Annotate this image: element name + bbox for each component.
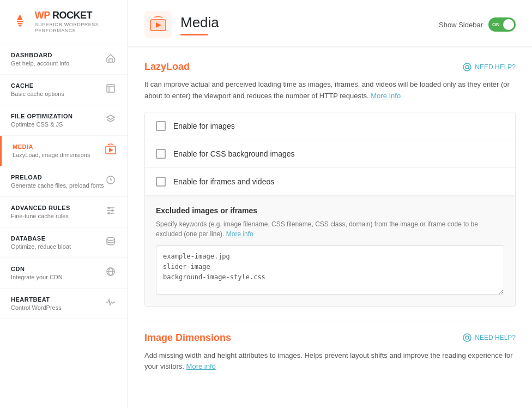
sidebar-item-file-opt-title: FILE OPTIMIZATION xyxy=(11,113,72,119)
toggle-knob xyxy=(503,19,514,30)
sidebar-item-cdn[interactable]: CDN Integrate your CDN xyxy=(0,258,128,289)
svg-point-16 xyxy=(111,209,113,212)
lazyload-options-box: Enable for images Enable for CSS backgro… xyxy=(144,112,516,307)
show-sidebar-label: Show Sidebar xyxy=(439,21,483,29)
sidebar-item-file-optimization[interactable]: FILE OPTIMIZATION Optimize CSS & JS xyxy=(0,105,128,136)
excluded-section: Excluded images or iframes Specify keywo… xyxy=(145,196,515,307)
enable-iframes-label[interactable]: Enable for iframes and videos xyxy=(173,177,274,186)
cdn-icon xyxy=(105,266,117,280)
preload-icon xyxy=(105,175,117,188)
logo: WP ROCKET Superior WordPress Performance xyxy=(0,0,128,44)
lazyload-more-info-link[interactable]: More Info xyxy=(371,92,401,100)
logo-wp: WP ROCKET xyxy=(35,10,117,22)
sidebar-item-advanced-title: ADVANCED RULES xyxy=(11,205,70,211)
enable-images-label[interactable]: Enable for images xyxy=(173,122,235,130)
image-dimensions-need-help[interactable]: NEED HELP? xyxy=(463,333,516,342)
sidebar: WP ROCKET Superior WordPress Performance… xyxy=(0,0,128,408)
excluded-description: Specify keywords (e.g. image filename, C… xyxy=(156,219,504,239)
show-sidebar-control[interactable]: Show Sidebar ON xyxy=(439,17,516,32)
sidebar-item-media-title: MEDIA xyxy=(13,143,90,150)
svg-marker-8 xyxy=(107,115,114,119)
sidebar-item-database[interactable]: DATABASE Optimize, reduce bloat xyxy=(0,227,128,258)
lazyload-need-help[interactable]: NEED HELP? xyxy=(463,63,516,71)
image-dimensions-more-info-link[interactable]: More info xyxy=(186,362,216,370)
lazyload-description: It can improve actual and perceived load… xyxy=(144,79,516,102)
sidebar-item-heartbeat[interactable]: HEARTBEAT Control WordPress xyxy=(0,289,128,319)
enable-css-bg-checkbox[interactable] xyxy=(156,149,166,159)
image-dimensions-section-header: Image Dimensions NEED HELP? xyxy=(144,332,516,344)
image-dimensions-help-label: NEED HELP? xyxy=(475,334,516,341)
svg-rect-4 xyxy=(19,25,22,26)
sidebar-item-cache-subtitle: Basic cache options xyxy=(11,91,64,97)
sidebar-item-database-subtitle: Optimize, reduce bloat xyxy=(11,243,71,250)
sidebar-item-cache[interactable]: CACHE Basic cache options xyxy=(0,75,128,105)
sidebar-item-dashboard[interactable]: DASHBOARD Get help, account info xyxy=(0,44,128,75)
page-title: Media xyxy=(180,14,219,31)
image-dimensions-description: Add missing width and height attributes … xyxy=(144,350,516,373)
sidebar-toggle[interactable]: ON xyxy=(488,17,516,32)
sidebar-item-heartbeat-title: HEARTBEAT xyxy=(11,296,62,303)
page-header-icon xyxy=(144,11,172,38)
sidebar-item-file-opt-subtitle: Optimize CSS & JS xyxy=(11,121,72,128)
sidebar-item-cache-title: CACHE xyxy=(11,82,64,89)
heartbeat-icon xyxy=(105,297,117,310)
svg-rect-5 xyxy=(107,85,114,92)
svg-rect-2 xyxy=(17,21,23,22)
page-title-underline xyxy=(180,34,208,35)
content-area: LazyLoad NEED HELP? It can improve actua… xyxy=(128,47,532,408)
logo-tagline: Superior WordPress Performance xyxy=(35,22,117,34)
page-header: Media Show Sidebar ON xyxy=(128,0,532,47)
svg-point-18 xyxy=(107,237,114,241)
image-dimensions-title: Image Dimensions xyxy=(144,332,231,344)
sidebar-item-media-subtitle: LazyLoad, image dimensions xyxy=(13,152,90,158)
excluded-textarea[interactable]: example-image.jpg slider-image backgroun… xyxy=(156,245,504,295)
layers-icon xyxy=(105,113,117,127)
sidebar-item-preload-subtitle: Generate cache files, preload fonts xyxy=(11,182,104,189)
excluded-title: Excluded images or iframes xyxy=(156,206,504,215)
main-content: Media Show Sidebar ON LazyLoad NEED HELP… xyxy=(128,0,532,408)
svg-point-25 xyxy=(466,65,469,69)
option-row-images: Enable for images xyxy=(145,112,515,140)
toggle-label: ON xyxy=(492,22,500,27)
option-row-css-bg: Enable for CSS background images xyxy=(145,140,515,168)
sidebar-item-media[interactable]: MEDIA LazyLoad, image dimensions xyxy=(0,136,128,166)
media-icon xyxy=(105,143,117,158)
sidebar-item-preload-title: PRELOAD xyxy=(11,174,104,181)
enable-iframes-checkbox[interactable] xyxy=(156,177,166,187)
svg-point-15 xyxy=(108,207,110,209)
sidebar-item-preload[interactable]: PRELOAD Generate cache files, preload fo… xyxy=(0,166,128,197)
sidebar-item-cdn-subtitle: Integrate your CDN xyxy=(11,274,63,280)
sidebar-item-cdn-title: CDN xyxy=(11,266,63,272)
sidebar-item-dashboard-title: DASHBOARD xyxy=(11,52,69,58)
section-divider xyxy=(144,321,516,321)
svg-point-28 xyxy=(466,336,469,339)
svg-marker-10 xyxy=(109,148,113,152)
sidebar-item-advanced-rules[interactable]: ADVANCED RULES Fine-tune cache rules xyxy=(0,197,128,227)
excluded-more-info-link[interactable]: More info xyxy=(226,230,253,238)
database-icon xyxy=(105,236,117,249)
lazyload-section-header: LazyLoad NEED HELP? xyxy=(144,61,516,73)
lazyload-help-label: NEED HELP? xyxy=(475,63,516,71)
home-icon xyxy=(105,52,117,66)
sidebar-item-advanced-subtitle: Fine-tune cache rules xyxy=(11,213,70,219)
cache-icon xyxy=(105,83,117,97)
rules-icon xyxy=(105,205,117,219)
lazyload-title: LazyLoad xyxy=(144,61,190,73)
sidebar-item-database-title: DATABASE xyxy=(11,235,71,242)
enable-css-bg-label[interactable]: Enable for CSS background images xyxy=(173,149,295,158)
svg-point-17 xyxy=(108,212,110,214)
option-row-iframes: Enable for iframes and videos xyxy=(145,168,515,196)
enable-images-checkbox[interactable] xyxy=(156,121,166,131)
sidebar-item-heartbeat-subtitle: Control WordPress xyxy=(11,304,62,311)
sidebar-item-dashboard-subtitle: Get help, account info xyxy=(11,60,69,67)
svg-rect-3 xyxy=(17,23,22,24)
